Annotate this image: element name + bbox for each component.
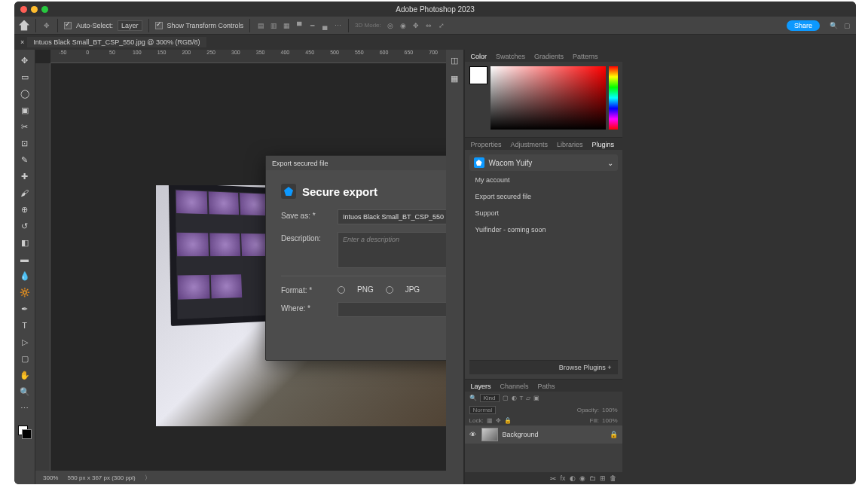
document-tab[interactable]: Intuos Black Small_BT_CSP_550.jpg @ 300%… <box>27 37 206 47</box>
rectangle-tool[interactable]: ▢ <box>17 351 32 366</box>
more-align-icon[interactable]: ⋯ <box>333 21 342 30</box>
layer-row[interactable]: 👁 Background 🔒 <box>465 425 622 444</box>
eraser-tool[interactable]: ◧ <box>17 235 32 250</box>
tab-paths[interactable]: Paths <box>536 381 557 392</box>
opacity-value[interactable]: 100% <box>602 407 617 413</box>
link-layers-icon[interactable]: ⫘ <box>549 474 556 482</box>
fill-value[interactable]: 100% <box>602 417 617 424</box>
gradient-tool[interactable]: ▬ <box>17 252 32 267</box>
hue-slider[interactable] <box>609 66 618 130</box>
close-icon[interactable] <box>20 6 27 13</box>
marquee-tool[interactable]: ▭ <box>17 69 32 84</box>
move-tool-icon[interactable]: ✥ <box>42 21 51 30</box>
align-right-icon[interactable]: ▦ <box>282 21 291 30</box>
png-radio[interactable] <box>338 286 345 294</box>
align-bottom-icon[interactable]: ▄ <box>320 21 329 30</box>
foreground-background-colors[interactable] <box>17 425 32 440</box>
tab-channels[interactable]: Channels <box>499 381 530 392</box>
tab-properties[interactable]: Properties <box>469 139 503 150</box>
browse-plugins[interactable]: Browse Plugins + <box>469 360 618 374</box>
type-tool[interactable]: T <box>17 318 32 333</box>
tab-libraries[interactable]: Libraries <box>555 139 585 150</box>
plugin-name: Wacom Yuify <box>489 159 533 167</box>
auto-select-target[interactable]: Layer <box>118 20 142 31</box>
plugin-header[interactable]: Wacom Yuify ⌄ <box>469 154 618 171</box>
show-transform-checkbox[interactable] <box>155 22 163 29</box>
tab-adjustments[interactable]: Adjustments <box>509 139 550 150</box>
history-brush-tool[interactable]: ↺ <box>17 218 32 233</box>
minimize-icon[interactable] <box>31 6 38 13</box>
layer-thumbnail[interactable] <box>481 428 498 441</box>
lock-pixels-icon[interactable]: ▦ <box>487 417 493 424</box>
tab-patterns[interactable]: Patterns <box>571 51 600 62</box>
tab-plugins[interactable]: Plugins <box>591 139 616 150</box>
align-top-icon[interactable]: ▀ <box>295 21 304 30</box>
workspace-icon[interactable]: ▢ <box>842 21 851 30</box>
object-select-tool[interactable]: ▣ <box>17 102 32 117</box>
edit-toolbar[interactable]: ⋯ <box>17 401 32 416</box>
filter-adjust-icon[interactable]: ◐ <box>512 395 517 401</box>
tab-color[interactable]: Color <box>469 51 489 62</box>
plugin-my-account[interactable]: My account <box>469 172 618 188</box>
path-select-tool[interactable]: ▷ <box>17 334 32 349</box>
zoom-tool[interactable]: 🔍 <box>17 384 32 399</box>
delete-layer-icon[interactable]: 🗑 <box>610 474 616 482</box>
maximize-icon[interactable] <box>41 6 48 13</box>
filter-smart-icon[interactable]: ▣ <box>533 395 539 401</box>
search-icon[interactable]: 🔍 <box>829 21 838 30</box>
brush-tool[interactable]: 🖌 <box>17 185 32 200</box>
tab-gradients[interactable]: Gradients <box>533 51 565 62</box>
stamp-tool[interactable]: ⊕ <box>17 202 32 217</box>
pen-tool[interactable]: ✒ <box>17 301 32 316</box>
blur-tool[interactable]: 💧 <box>17 268 32 283</box>
jpg-radio[interactable] <box>386 286 393 294</box>
layer-mask-icon[interactable]: ◐ <box>570 474 576 482</box>
plugin-support[interactable]: Support <box>469 206 618 221</box>
swatch-panel-icon[interactable]: ▦ <box>447 71 462 86</box>
new-layer-icon[interactable]: ⊞ <box>600 474 606 482</box>
tab-swatches[interactable]: Swatches <box>494 51 527 62</box>
healing-tool[interactable]: ✚ <box>17 169 32 184</box>
history-panel-icon[interactable]: ◫ <box>447 53 462 68</box>
eyedropper-tool[interactable]: ✎ <box>17 152 32 167</box>
where-input[interactable] <box>338 302 446 317</box>
layer-name[interactable]: Background <box>503 431 539 438</box>
frame-tool[interactable]: ⊡ <box>17 136 32 151</box>
layer-filter-kind[interactable]: Kind <box>480 394 500 402</box>
lasso-tool[interactable]: ◯ <box>17 86 32 101</box>
hand-tool[interactable]: ✋ <box>17 368 32 383</box>
dodge-tool[interactable]: 🔆 <box>17 285 32 300</box>
crop-tool[interactable]: ✂ <box>17 119 32 134</box>
filter-shape-icon[interactable]: ▱ <box>526 395 530 401</box>
color-picker[interactable] <box>465 62 622 137</box>
filter-type-icon[interactable]: T <box>520 395 524 401</box>
align-middle-icon[interactable]: ━ <box>307 21 316 30</box>
zoom-level[interactable]: 300% <box>43 474 58 481</box>
lock-position-icon[interactable]: ✥ <box>496 417 501 424</box>
color-field[interactable] <box>491 66 606 130</box>
tab-layers[interactable]: Layers <box>469 381 493 392</box>
color-panel-tabs: Color Swatches Gradients Patterns <box>465 50 622 62</box>
plugin-yuifinder[interactable]: Yuifinder - coming soon <box>469 222 618 237</box>
move-tool[interactable]: ✥ <box>17 53 32 68</box>
description-input[interactable]: Enter a description <box>338 232 446 268</box>
plugin-export-secured[interactable]: Export secured file <box>469 189 618 204</box>
save-as-input[interactable] <box>338 209 446 224</box>
share-button[interactable]: Share <box>787 20 820 31</box>
auto-select-checkbox[interactable] <box>64 22 72 29</box>
description-label: Description: <box>281 232 330 242</box>
layer-fx-icon[interactable]: fx <box>560 474 565 482</box>
new-adjustment-icon[interactable]: ◉ <box>579 474 585 482</box>
align-center-h-icon[interactable]: ▥ <box>269 21 278 30</box>
new-group-icon[interactable]: 🗀 <box>589 474 596 482</box>
foreground-swatch[interactable] <box>469 66 487 84</box>
home-button[interactable] <box>19 20 29 31</box>
canvas[interactable]: -500501001502002503003504004505005506006… <box>35 50 446 484</box>
chevron-down-icon: ⌄ <box>607 159 613 167</box>
visibility-icon[interactable]: 👁 <box>469 431 477 438</box>
lock-all-icon[interactable]: 🔒 <box>504 417 512 424</box>
blend-mode[interactable]: Normal <box>469 406 497 414</box>
filter-pixel-icon[interactable]: ▢ <box>503 395 509 401</box>
align-left-icon[interactable]: ▤ <box>256 21 265 30</box>
yuify-icon <box>474 157 484 168</box>
